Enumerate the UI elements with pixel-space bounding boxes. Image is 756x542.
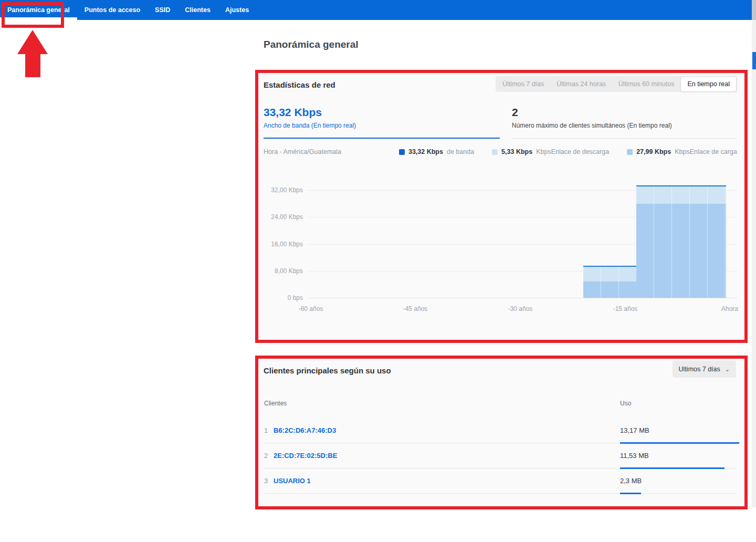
scrollbar-track[interactable] xyxy=(752,0,756,507)
period-dropdown[interactable]: Ultimos 7 días ⌄ xyxy=(673,361,736,378)
x-tick-label: -45 años xyxy=(403,305,428,312)
nav-tab-clientes[interactable]: Clientes xyxy=(177,0,218,20)
client-link[interactable]: USUARIO 1 xyxy=(274,477,311,485)
nav-tab-puntos-de-acceso[interactable]: Puntos de acceso xyxy=(77,0,148,20)
stats-row: 33,32 Kbps Ancho de banda (En tiempo rea… xyxy=(264,106,737,139)
legend-label: de banda xyxy=(447,148,474,155)
legend-swatch-descarga-icon xyxy=(492,149,498,155)
max-clients-caption: Número máximo de clientes simultáneos (E… xyxy=(512,122,737,129)
chart-plot-area xyxy=(258,168,744,325)
top-navigation: Panorámica general Puntos de acceso SSID… xyxy=(0,0,756,20)
chart-area-carga xyxy=(583,282,636,298)
nav-tab-label: SSID xyxy=(155,6,170,14)
max-clients-value: 2 xyxy=(512,106,737,119)
nav-tab-ajustes[interactable]: Ajustes xyxy=(218,0,256,20)
chart-legend: 33,32 Kbps de banda 5,33 Kbps KbpsEnlace… xyxy=(399,148,737,155)
legend-value: 33,32 Kbps xyxy=(408,148,443,155)
period-dropdown-label: Ultimos 7 días xyxy=(679,366,720,373)
chart-area-descarga xyxy=(636,186,727,204)
time-range-segmented-control: Últimos 7 días Últimas 24 horas Últimos … xyxy=(496,76,737,92)
usage-value: 11,53 MB xyxy=(620,452,649,460)
legend-value: 27,99 Kbps xyxy=(636,148,671,155)
bandwidth-stat-tab[interactable]: 33,32 Kbps Ancho de banda (En tiempo rea… xyxy=(264,106,500,139)
client-link[interactable]: 2E:CD:7E:02:5D:BE xyxy=(274,452,337,460)
nav-tab-label: Clientes xyxy=(185,6,211,14)
x-tick-label: -30 años xyxy=(508,305,533,312)
row-index: 1 xyxy=(264,426,274,434)
legend-label: KbpsEnlace de descarga xyxy=(536,148,609,155)
scrollbar-thumb[interactable] xyxy=(752,52,756,69)
legend-swatch-banda-icon xyxy=(399,149,405,155)
time-filter-7-dias[interactable]: Últimos 7 días xyxy=(496,77,550,91)
time-filter-tiempo-real[interactable]: En tiempo real xyxy=(680,76,737,92)
legend-item-descarga: 5,33 Kbps KbpsEnlace de descarga xyxy=(492,148,609,155)
annotation-arrow-icon xyxy=(25,53,40,77)
top-clients-card: Clientes principales según su uso Ultimo… xyxy=(255,356,748,509)
bandwidth-chart: 32,00 Kbps 24,00 Kbps 16,00 Kbps 8,00 Kb… xyxy=(258,168,744,325)
clients-table-body: 1 B6:2C:D6:A7:46:D3 13,17 MB 2 2E:CD:7E:… xyxy=(264,418,736,494)
timezone-label: Hora - América/Guatemala xyxy=(264,148,341,155)
time-filter-24-horas[interactable]: Últimas 24 horas xyxy=(550,77,612,91)
legend-value: 5,33 Kbps xyxy=(501,148,532,155)
clients-table-header: Clientes Uso xyxy=(264,400,736,418)
legend-item-banda: 33,32 Kbps de banda xyxy=(399,148,474,155)
nav-tab-ssid[interactable]: SSID xyxy=(148,0,177,20)
usage-value: 2,3 MB xyxy=(620,477,642,485)
row-index: 2 xyxy=(264,452,274,460)
bandwidth-value: 33,32 Kbps xyxy=(264,106,500,119)
x-tick-label: Ahora xyxy=(721,305,738,312)
nav-tab-label: Panorámica general xyxy=(7,6,70,14)
nav-tab-label: Ajustes xyxy=(225,6,249,14)
client-link[interactable]: B6:2C:D6:A7:46:D3 xyxy=(274,426,336,434)
column-header-uso: Uso xyxy=(620,400,631,407)
chart-area-carga xyxy=(636,204,727,298)
chart-area-descarga xyxy=(583,266,636,282)
network-stats-card: Estadísticas de red Últimos 7 días Últim… xyxy=(255,70,748,343)
network-stats-title: Estadísticas de red xyxy=(264,80,335,89)
chart-legend-row: Hora - América/Guatemala 33,32 Kbps de b… xyxy=(264,148,737,155)
legend-item-carga: 27,99 Kbps KbpsEnlace de carga xyxy=(627,148,737,155)
max-clients-stat-tab[interactable]: 2 Número máximo de clientes simultáneos … xyxy=(512,106,737,139)
scrollbar-top-cap xyxy=(752,0,756,20)
nav-tab-panoramica-general[interactable]: Panorámica general xyxy=(0,0,77,20)
chart-total-line xyxy=(636,185,727,186)
app-window: Panorámica general Puntos de acceso SSID… xyxy=(0,0,756,542)
table-row: 2 2E:CD:7E:02:5D:BE 11,53 MB xyxy=(264,443,736,468)
top-clients-title: Clientes principales según su uso xyxy=(264,366,391,375)
page-title: Panorámica general xyxy=(264,39,359,50)
table-row: 3 USUARIO 1 2,3 MB xyxy=(264,468,736,494)
bandwidth-caption: Ancho de banda (En tiempo real) xyxy=(264,122,500,129)
time-filter-60-minutos[interactable]: Últimos 60 minutos xyxy=(612,77,680,91)
usage-value: 13,17 MB xyxy=(620,426,649,434)
legend-swatch-carga-icon xyxy=(627,149,633,155)
chart-total-line xyxy=(583,266,636,267)
column-header-clientes: Clientes xyxy=(264,400,287,407)
x-tick-label: -60 años xyxy=(299,305,323,312)
nav-tab-label: Puntos de acceso xyxy=(85,6,140,14)
usage-bar xyxy=(620,493,641,494)
x-tick-label: -15 años xyxy=(613,305,638,312)
row-index: 3 xyxy=(264,477,274,485)
table-row: 1 B6:2C:D6:A7:46:D3 13,17 MB xyxy=(264,418,736,443)
annotation-arrow-icon xyxy=(17,30,48,54)
legend-label: KbpsEnlace de carga xyxy=(675,148,737,155)
chevron-down-icon: ⌄ xyxy=(725,367,730,372)
